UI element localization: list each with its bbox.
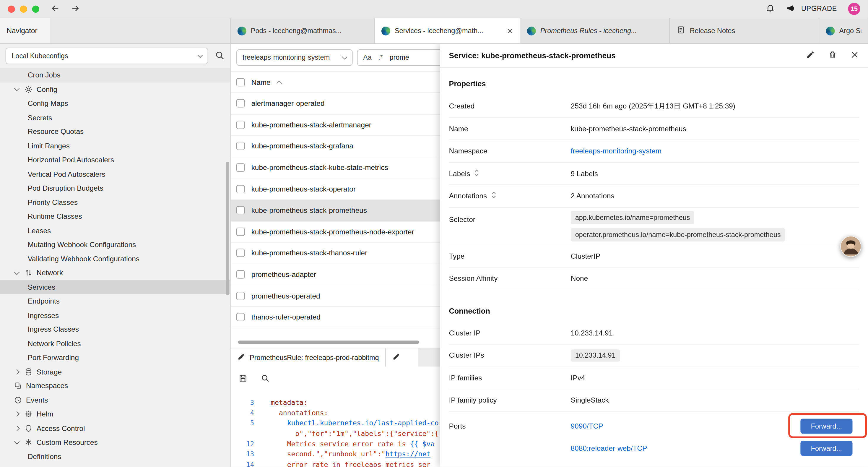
pencil-icon [393,353,400,362]
table-row[interactable]: kube-prometheus-stack-operator [231,178,440,200]
navigator-tab[interactable]: Navigator [0,18,50,43]
name-column-header[interactable]: Name [251,78,271,86]
namespace-link[interactable]: freeleaps-monitoring-system [571,147,661,155]
sort-updown-icon[interactable] [474,169,479,178]
yaml-editor[interactable]: 3metadata: 4 annotations: 5 kubectl.kube… [231,391,440,467]
sidebar-item-leases[interactable]: Leases [0,224,230,238]
forward-button[interactable]: Forward... [800,441,852,456]
kubeconfig-select[interactable]: Local Kubeconfigs [6,48,208,64]
sidebar-item-access-control[interactable]: Access Control [0,421,230,435]
editor-search-icon[interactable] [261,374,270,384]
sidebar-item-cron-jobs[interactable]: Cron Jobs [0,68,230,82]
sidebar-item-custom-resources[interactable]: Custom Resources [0,435,230,449]
chevron-right-icon[interactable] [13,368,20,375]
sidebar-item-validating-webhook-configurations[interactable]: Validating Webhook Configurations [0,252,230,266]
table-row[interactable]: alertmanager-operated [231,93,440,114]
row-checkbox[interactable] [236,270,245,279]
sidebar-item-runtime-classes[interactable]: Runtime Classes [0,209,230,224]
table-row[interactable]: kube-prometheus-stack-kube-state-metrics [231,157,440,178]
table-row[interactable]: thanos-ruler-operated [231,307,440,328]
sidebar-item-network-policies[interactable]: Network Policies [0,337,230,351]
regex-toggle[interactable]: .* [378,54,383,61]
sidebar-item-horizontal-pod-autoscalers[interactable]: Horizontal Pod Autoscalers [0,153,230,167]
save-icon[interactable] [239,374,248,384]
chevron-down-icon[interactable] [13,269,20,276]
upgrade-button[interactable]: UPGRADE [786,3,837,14]
app-window: UPGRADE 15 Navigator Pods - icecheng@mat… [0,0,868,467]
tab-services[interactable]: Services - icecheng@math... [375,18,520,43]
dock-tab-partial[interactable] [386,348,419,367]
row-checkbox[interactable] [236,249,245,257]
sidebar-item-resource-quotas[interactable]: Resource Quotas [0,125,230,139]
avatar[interactable] [840,236,861,257]
namespace-select[interactable]: freeleaps-monitoring-system [236,49,352,66]
row-checkbox[interactable] [236,185,245,193]
sidebar-item-config[interactable]: Config [0,82,230,96]
sidebar-search-icon[interactable] [215,50,225,62]
sidebar-item-vertical-pod-autoscalers[interactable]: Vertical Pod Autoscalers [0,167,230,181]
sidebar-item-mutating-webhook-configurations[interactable]: Mutating Webhook Configurations [0,238,230,252]
tab-prometheus-rules[interactable]: Prometheus Rules - icecheng... [520,18,670,43]
dock-tab-prometheusrule[interactable]: PrometheusRule: freeleaps-prod-rabbitmq [231,348,386,367]
table-row[interactable]: kube-prometheus-stack-alertmanager [231,114,440,136]
sidebar-item-port-forwarding[interactable]: Port Forwarding [0,351,230,365]
sidebar-item-endpoints[interactable]: Endpoints [0,294,230,308]
port-link[interactable]: 8080:reloader-web/TCP [571,444,647,453]
chevron-right-icon[interactable] [13,425,20,432]
select-all-checkbox[interactable] [236,78,245,86]
sidebar-item-config-maps[interactable]: Config Maps [0,96,230,111]
sidebar-item-priority-classes[interactable]: Priority Classes [0,195,230,209]
row-checkbox[interactable] [236,313,245,321]
tab-pods[interactable]: Pods - icecheng@mathmas... [231,18,375,43]
row-checkbox[interactable] [236,292,245,300]
sidebar-scrollbar[interactable] [226,162,229,295]
sidebar-item-helm[interactable]: Helm [0,407,230,421]
notification-count-badge[interactable]: 15 [848,3,860,15]
delete-trash-icon[interactable] [828,50,837,61]
sidebar-item-namespaces[interactable]: Namespaces [0,379,230,393]
edit-pencil-icon[interactable] [806,50,815,61]
chevron-right-icon[interactable] [13,411,20,418]
tab-argo[interactable]: Argo Se [819,18,868,43]
search-input[interactable]: Aa .* prome [357,49,440,66]
sort-updown-icon[interactable] [491,191,496,201]
minimize-window-button[interactable] [20,5,27,12]
table-row[interactable]: kube-prometheus-stack-grafana [231,136,440,157]
table-row[interactable]: prometheus-operated [231,286,440,307]
sidebar-item-network[interactable]: Network [0,266,230,280]
sidebar-item-secrets[interactable]: Secrets [0,111,230,125]
tab-release-notes[interactable]: Release Notes [670,18,819,43]
row-checkbox[interactable] [236,142,245,150]
sort-ascending-icon[interactable] [276,81,282,86]
sidebar-item-services[interactable]: Services [0,280,230,294]
sidebar-item-pod-disruption-budgets[interactable]: Pod Disruption Budgets [0,181,230,195]
port-link[interactable]: 9090/TCP [571,422,603,430]
table-row-selected[interactable]: kube-prometheus-stack-prometheus [231,200,440,221]
row-checkbox[interactable] [236,121,245,129]
zoom-window-button[interactable] [32,5,39,12]
row-checkbox[interactable] [236,228,245,236]
table-row[interactable]: prometheus-adapter [231,264,440,285]
table-row[interactable]: kube-prometheus-stack-prometheus-node-ex… [231,222,440,243]
table-row[interactable]: kube-prometheus-stack-thanos-ruler [231,243,440,264]
close-drawer-icon[interactable] [850,50,859,61]
sidebar-item-ingress-classes[interactable]: Ingress Classes [0,322,230,337]
sidebar-item-storage[interactable]: Storage [0,365,230,379]
chevron-down-icon[interactable] [13,439,20,446]
forward-icon[interactable] [70,3,80,14]
match-case-toggle[interactable]: Aa [363,54,372,61]
close-window-button[interactable] [8,5,15,12]
row-checkbox[interactable] [236,206,245,214]
sidebar-item-ingresses[interactable]: Ingresses [0,308,230,322]
row-checkbox[interactable] [236,164,245,172]
forward-button[interactable]: Forward... [800,419,852,434]
sidebar-item-events[interactable]: Events [0,393,230,407]
row-checkbox[interactable] [236,99,245,108]
notifications-bell-icon[interactable] [766,3,775,14]
close-tab-icon[interactable] [506,28,513,34]
chevron-down-icon[interactable] [13,86,20,93]
sidebar-item-definitions[interactable]: Definitions [0,449,230,464]
horizontal-scrollbar[interactable] [238,341,419,344]
sidebar-item-limit-ranges[interactable]: Limit Ranges [0,139,230,153]
back-icon[interactable] [51,3,61,14]
